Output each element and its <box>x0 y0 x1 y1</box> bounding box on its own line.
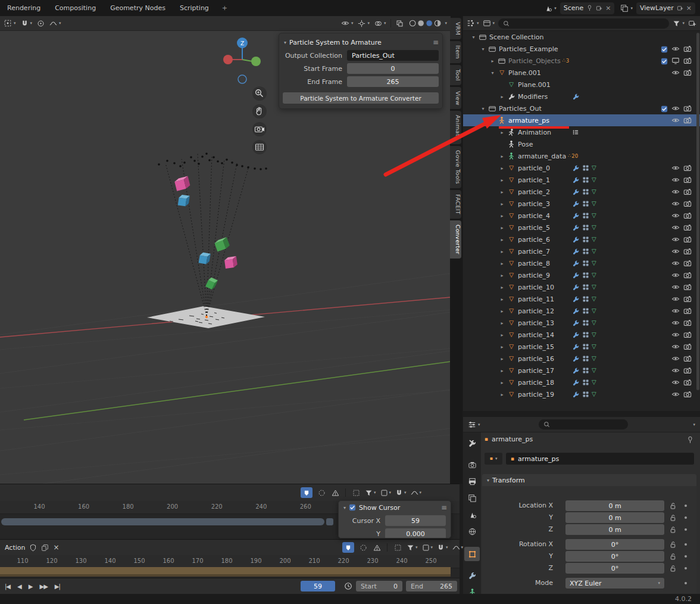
jump-end-button[interactable]: ▶| <box>55 583 60 590</box>
transform-panel-header[interactable]: ▾ Transform <box>482 474 696 486</box>
camera-toggle[interactable] <box>683 69 692 77</box>
transform-row-field[interactable]: 0° <box>565 551 664 562</box>
outliner-row-particle_3[interactable]: ▸▽particle_3▽ <box>463 198 700 210</box>
outliner-filter-button[interactable]: ▾ <box>673 20 685 27</box>
camera-icon[interactable] <box>683 69 692 77</box>
viewport-header-right-tools[interactable]: ▾▾▾▾ <box>341 19 447 27</box>
checkbox-checked-icon[interactable] <box>661 105 668 113</box>
eye-icon[interactable] <box>671 283 680 291</box>
camera-icon[interactable] <box>683 45 692 53</box>
expander-icon[interactable]: ▸ <box>489 58 496 64</box>
animate-dot-icon[interactable] <box>683 554 688 559</box>
outliner-row-particle_0[interactable]: ▸▽particle_0▽ <box>463 162 700 174</box>
expander-icon[interactable]: ▸ <box>498 201 506 207</box>
outliner-row-particle_13[interactable]: ▸▽particle_13▽ <box>463 317 700 329</box>
outliner-search-input[interactable] <box>498 18 669 29</box>
eye-icon[interactable] <box>671 378 680 387</box>
eye-icon[interactable] <box>671 176 680 184</box>
action-filter-button[interactable]: ▾ <box>407 542 418 553</box>
eye-toggle[interactable] <box>671 176 680 184</box>
action-keyframe-strip[interactable] <box>0 567 451 574</box>
expander-icon[interactable]: ▸ <box>498 320 506 326</box>
viewlayer-selector[interactable]: ViewLayer × <box>636 2 695 14</box>
eye-icon[interactable] <box>671 271 680 279</box>
outliner-display-mode-button[interactable]: ▾ <box>483 19 495 27</box>
outliner-row-particle_8[interactable]: ▸▽particle_8▽ <box>463 257 700 269</box>
convert-button[interactable]: Particle System to Armature Converter <box>283 92 439 104</box>
expander-icon[interactable]: ▸ <box>498 213 506 219</box>
workspace-tab-rendering[interactable]: Rendering <box>0 0 48 16</box>
eye-toggle[interactable] <box>671 319 680 327</box>
expander-icon[interactable]: ▾ <box>479 46 487 52</box>
action-normalize-button[interactable] <box>393 542 402 553</box>
expander-icon[interactable]: ▸ <box>498 368 506 373</box>
sidebar-tab-animate[interactable]: Animate <box>450 111 461 144</box>
eye-toggle[interactable] <box>671 343 680 351</box>
outliner-row-particles_example[interactable]: ▾Particles_Example <box>463 43 700 55</box>
eye-toggle[interactable] <box>671 283 680 291</box>
camera-toggle[interactable] <box>683 116 692 124</box>
eye-toggle[interactable] <box>671 331 680 339</box>
timeline-scrollbar-end[interactable] <box>326 518 333 525</box>
action-view-menu-button[interactable]: ▾ <box>422 542 433 553</box>
animate-dot-icon[interactable] <box>683 515 688 520</box>
panel-row-field[interactable]: 265 <box>347 76 439 87</box>
outliner-row-particle_18[interactable]: ▸▽particle_18▽ <box>463 376 700 388</box>
current-frame-field[interactable]: 59 <box>301 581 335 591</box>
eye-icon[interactable] <box>671 295 680 303</box>
panel-collapse-icon[interactable]: ▾ <box>284 40 286 45</box>
camera-toggle[interactable] <box>683 295 692 303</box>
outliner-editor-type-button[interactable]: ▾ <box>467 19 479 27</box>
camera-icon[interactable] <box>683 366 692 375</box>
expander-icon[interactable]: ▸ <box>498 309 506 314</box>
panel-collapse-icon[interactable]: ▾ <box>343 505 346 510</box>
camera-icon[interactable] <box>683 283 692 291</box>
camera-icon[interactable] <box>683 176 692 184</box>
sidebar-tab-vrm[interactable]: VRM <box>450 18 461 39</box>
eye-icon[interactable] <box>671 366 680 375</box>
action-snap-button[interactable]: ▾ <box>437 542 448 553</box>
timeline-playhead-button[interactable] <box>301 487 312 498</box>
outliner-row-armature_ps[interactable]: ▾armature_ps <box>463 114 700 126</box>
sidebar-tab-govie-tools[interactable]: Govie Tools <box>450 146 461 188</box>
transform-row-field[interactable]: 0 m <box>565 500 664 511</box>
eye-toggle[interactable] <box>671 69 680 77</box>
new-viewlayer-icon[interactable] <box>677 5 683 11</box>
expander-icon[interactable]: ▸ <box>498 332 506 338</box>
animate-dot-icon[interactable] <box>683 542 688 547</box>
gizmos-dropdown[interactable]: ▾ <box>358 20 370 27</box>
properties-search-input[interactable] <box>539 419 628 429</box>
eye-icon[interactable] <box>671 104 680 113</box>
camera-icon[interactable] <box>683 104 692 113</box>
camera-toggle[interactable] <box>683 188 692 196</box>
timeline-filter-button[interactable]: ▾ <box>365 487 376 498</box>
checkbox-checked-icon[interactable] <box>349 504 356 511</box>
eye-toggle[interactable] <box>671 259 680 267</box>
viewport-header-left-tools[interactable]: ▾▾▾ <box>4 19 61 27</box>
eye-icon[interactable] <box>671 307 680 315</box>
expander-icon[interactable]: ▸ <box>498 94 506 99</box>
outliner-row-particle_17[interactable]: ▸▽particle_17▽ <box>463 365 700 376</box>
outliner-row-particle_4[interactable]: ▸▽particle_4▽ <box>463 210 700 222</box>
eye-icon[interactable] <box>671 223 680 232</box>
expander-icon[interactable]: ▾ <box>479 106 487 111</box>
eye-icon[interactable] <box>671 188 680 196</box>
eye-toggle[interactable] <box>671 211 680 220</box>
shading-mode-buttons[interactable]: ▾ <box>408 19 447 27</box>
camera-toggle[interactable] <box>683 259 692 267</box>
camera-toggle[interactable] <box>683 247 692 256</box>
unlink-action-button[interactable]: × <box>53 543 59 552</box>
expander-icon[interactable]: ▸ <box>498 273 506 278</box>
camera-toggle[interactable] <box>683 164 692 172</box>
outliner-row-scene collection[interactable]: ▾Scene Collection <box>463 31 700 43</box>
eye-icon[interactable] <box>671 247 680 256</box>
panel-menu-icon[interactable]: ≡ <box>441 503 447 512</box>
expander-icon[interactable]: ▸ <box>498 237 506 242</box>
expander-icon[interactable]: ▸ <box>498 130 506 135</box>
animate-dot-icon[interactable] <box>683 566 688 571</box>
camera-icon[interactable] <box>683 235 692 244</box>
transform-row-field[interactable]: 0° <box>565 563 664 574</box>
camera-toggle[interactable] <box>683 378 692 387</box>
cursor-x-field[interactable]: 59 <box>385 515 446 526</box>
browse-viewlayer-button[interactable]: ▾ <box>620 4 633 13</box>
